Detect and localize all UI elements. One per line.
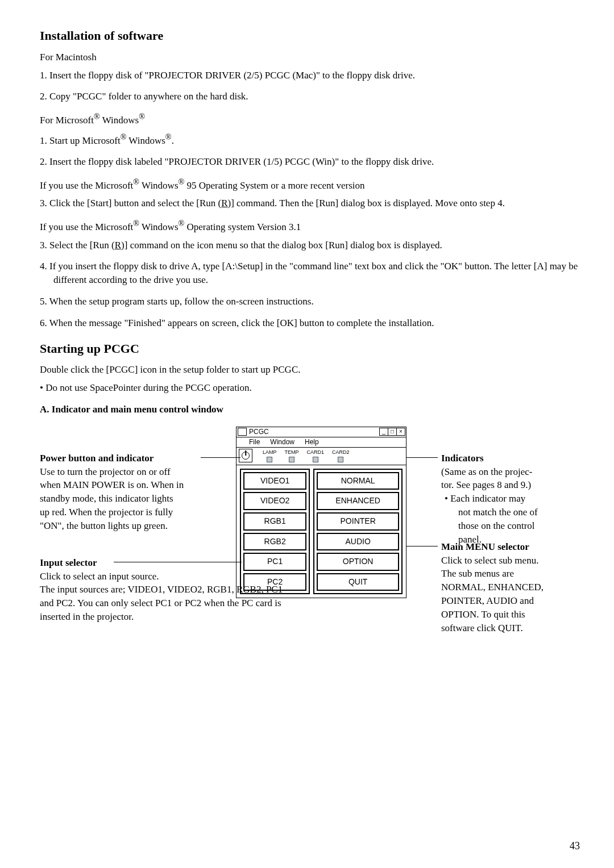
callout-main-menu-line: The sub menus are [441, 567, 580, 581]
mac-step-2: 2. Copy "PCGC" folder to anywhere on the… [40, 90, 580, 103]
indicator-lamp-label: LAMP [263, 449, 277, 456]
toolbar: LAMP TEMP CARD1 CARD2 [237, 448, 406, 465]
step-5: 5. When the setup program starts up, fol… [40, 295, 580, 308]
if-win95: If you use the Microsoft® Windows® 95 Op… [40, 177, 580, 192]
menu-pointer[interactable]: POINTER [317, 512, 399, 531]
menu-audio[interactable]: AUDIO [317, 533, 399, 551]
callout-indicators-line: those on the control [441, 519, 580, 533]
callout-input-line: and PC2. You can only select PC1 or PC2 … [40, 596, 404, 610]
input-video2[interactable]: VIDEO2 [243, 492, 306, 510]
step-3b: 3. Select the [Run (R)] command on the i… [40, 239, 580, 252]
menu-bar: File Window Help [237, 437, 406, 448]
win-step-2: 2. Insert the floppy disk labeled "PROJE… [40, 155, 580, 169]
callout-indicators-line: (Same as on the projec- [441, 465, 580, 479]
indicator-card2-led [338, 457, 343, 462]
input-rgb2[interactable]: RGB2 [243, 533, 306, 551]
input-rgb1[interactable]: RGB1 [243, 512, 306, 531]
win-step-1: 1. Start up Microsoft® Windows®. [40, 132, 580, 147]
step-4: 4. If you insert the floppy disk to driv… [40, 260, 580, 287]
menu-enhanced[interactable]: ENHANCED [317, 492, 399, 510]
minimize-button[interactable]: _ [379, 428, 388, 436]
callout-main-menu-line: OPTION. To quit this [441, 608, 580, 621]
diagram: PCGC _ □ × File Window Help LAMP TEMP CA… [40, 427, 580, 654]
callout-power-title: Power button and indicator [40, 452, 233, 465]
mac-step-1: 1. Insert the floppy disk of "PROJECTOR … [40, 69, 580, 82]
callout-main-menu-line: Click to select sub menu. [441, 554, 580, 567]
window-title: PCGC [249, 427, 380, 437]
callout-indicators: Indicators (Same as on the projec- tor. … [441, 452, 580, 546]
callout-power-line: up red. When the projector is fully [40, 506, 233, 519]
menu-normal[interactable]: NORMAL [317, 472, 399, 490]
callout-input-title: Input selector [40, 556, 404, 570]
close-button[interactable]: × [396, 428, 405, 436]
start-paragraph: Double click the [PCGC] icon in the setu… [40, 363, 580, 377]
indicator-card2-label: CARD2 [332, 449, 350, 456]
callout-power-line: Use to turn the projector on or off [40, 465, 233, 479]
callout-input-line: inserted in the projector. [40, 610, 404, 624]
menu-file[interactable]: File [249, 437, 260, 447]
indicator-lamp-led [267, 457, 272, 462]
menu-window[interactable]: Window [270, 437, 294, 447]
menu-help[interactable]: Help [305, 437, 319, 447]
callout-input-line: Click to select an input source. [40, 570, 404, 583]
callout-main-menu-line: software click QUIT. [441, 621, 580, 635]
input-video1[interactable]: VIDEO1 [243, 472, 306, 490]
callout-indicators-bullet: • Each indicator may [441, 492, 580, 506]
subheading-a: A. Indicator and main menu control windo… [40, 403, 580, 416]
callout-power-button: Power button and indicator Use to turn t… [40, 452, 233, 533]
for-win-label: For Microsoft® Windows® [40, 111, 580, 127]
callout-power-line: when MAIN POWER is on. When in [40, 478, 233, 492]
heading-installation: Installation of software [40, 27, 580, 45]
if-win31: If you use the Microsoft® Windows® Opera… [40, 218, 580, 233]
callout-main-menu-line: NORMAL, ENHANCED, [441, 581, 580, 594]
system-menu-icon[interactable] [238, 428, 247, 436]
indicator-temp-led [289, 457, 294, 462]
indicator-card1-led [313, 457, 318, 462]
start-bullet: • Do not use SpacePointer during the PCG… [40, 381, 580, 395]
callout-line [406, 546, 438, 546]
callout-power-line: "ON", the button lights up green. [40, 519, 233, 533]
callout-input-line: The input sources are; VIDEO1, VIDEO2, R… [40, 583, 404, 596]
title-bar[interactable]: PCGC _ □ × [237, 427, 406, 437]
callout-power-line: standby mode, this indicator lights [40, 492, 233, 506]
indicator-temp-label: TEMP [285, 449, 299, 456]
step-3a: 3. Click the [Start] button and select t… [40, 197, 580, 210]
callout-main-menu-title: Main MENU selector [441, 540, 580, 554]
callout-main-menu: Main MENU selector Click to select sub m… [441, 540, 580, 635]
step-6: 6. When the message "Finished" appears o… [40, 316, 580, 330]
for-mac-label: For Macintosh [40, 51, 580, 64]
callout-indicators-line: not match the one of [441, 506, 580, 519]
callout-indicators-line: tor. See pages 8 and 9.) [441, 478, 580, 492]
power-button[interactable] [239, 449, 252, 462]
power-icon [242, 452, 250, 460]
page-number: 43 [570, 839, 580, 853]
heading-starting: Starting up PCGC [40, 340, 580, 358]
indicator-row: LAMP TEMP CARD1 CARD2 [263, 449, 350, 462]
callout-indicators-title: Indicators [441, 452, 580, 465]
callout-input-selector: Input selector Click to select an input … [40, 556, 404, 624]
callout-line [406, 457, 438, 458]
indicator-card1-label: CARD1 [307, 449, 325, 456]
callout-main-menu-line: POINTER, AUDIO and [441, 594, 580, 608]
maximize-button[interactable]: □ [388, 428, 397, 436]
